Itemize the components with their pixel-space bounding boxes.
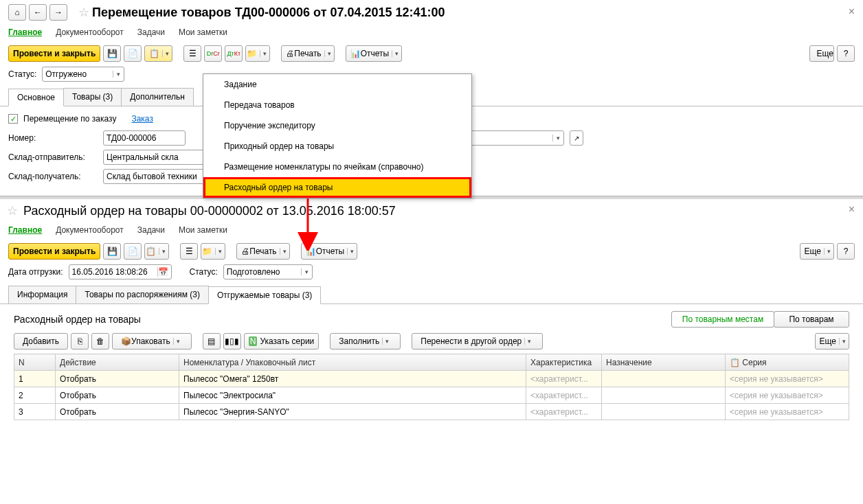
- copy-button[interactable]: ⎘: [71, 333, 89, 350]
- extra-btn-1[interactable]: ▤: [203, 333, 221, 350]
- status-select[interactable]: Отгружено▾: [42, 67, 124, 82]
- back-button[interactable]: ←: [29, 4, 47, 21]
- save-button[interactable]: 💾: [103, 45, 121, 62]
- by-goods-toggle[interactable]: По товарам: [774, 311, 849, 328]
- menu-item-expense-order[interactable]: Расходный ордер на товары: [203, 177, 471, 198]
- dr-cr-button[interactable]: DrCr: [204, 45, 222, 62]
- close-icon-2[interactable]: ×: [849, 203, 855, 216]
- nav-doc-flow-2[interactable]: Документооборот: [56, 225, 124, 235]
- table-row[interactable]: 3 Отобрать Пылесос "Энергия-SANYO" <хара…: [14, 404, 849, 420]
- move-by-order-label: Перемещение по заказу: [23, 114, 116, 124]
- favorite-icon-2[interactable]: ☆: [7, 203, 18, 218]
- move-to-other-order-button[interactable]: Перенести в другой ордер▾: [412, 333, 543, 350]
- structure-button-2[interactable]: ☰: [180, 243, 198, 260]
- print-button-2[interactable]: 🖨 Печать▾: [236, 243, 289, 260]
- col-action[interactable]: Действие: [56, 354, 179, 371]
- menu-item-cell-placement[interactable]: Размещение номенклатуры по ячейкам (спра…: [203, 157, 471, 177]
- tab-info[interactable]: Информация: [8, 286, 76, 303]
- add-button[interactable]: Добавить: [14, 333, 68, 350]
- number-field[interactable]: ТД00-000006: [103, 130, 186, 146]
- table-more-button[interactable]: Еще▾: [815, 333, 849, 350]
- menu-item-income-order[interactable]: Приходный ордер на товары: [203, 136, 471, 157]
- nav-main[interactable]: Главное: [8, 27, 42, 37]
- specify-series-button[interactable]: NУказать серии: [244, 333, 320, 350]
- menu-item-task[interactable]: Задание: [203, 74, 471, 95]
- dt-kt-button[interactable]: ДтКт: [225, 45, 243, 62]
- create-based-on-button-2[interactable]: 📋▾: [144, 243, 169, 260]
- col-char[interactable]: Характеристика: [526, 354, 602, 371]
- order-link[interactable]: Заказ: [131, 114, 153, 124]
- forward-button[interactable]: →: [49, 4, 67, 21]
- nav-notes-2[interactable]: Мои заметки: [179, 225, 227, 235]
- nav-tasks[interactable]: Задачи: [137, 27, 165, 37]
- status-label: Статус:: [8, 69, 36, 79]
- help-button[interactable]: ?: [837, 45, 855, 62]
- ship-date-field[interactable]: 16.05.2016 18:08:26📅: [69, 264, 172, 279]
- more-button-2[interactable]: Еще▾: [800, 243, 834, 260]
- nav-tasks-2[interactable]: Задачи: [137, 225, 165, 235]
- receiver-label: Склад-получатель:: [8, 172, 98, 181]
- move-by-order-checkbox[interactable]: ✓: [8, 114, 18, 124]
- pack-button[interactable]: 📦 Упаковать▾: [112, 333, 192, 350]
- home-button[interactable]: ⌂: [8, 4, 26, 21]
- org-open-button[interactable]: ↗: [570, 130, 583, 146]
- by-places-toggle[interactable]: По товарным местам: [671, 311, 774, 328]
- goods-table: N Действие Номенклатура / Упаковочный ли…: [14, 354, 849, 420]
- status-select-2[interactable]: Подготовлено▾: [223, 264, 313, 279]
- post-button[interactable]: 📄: [124, 45, 142, 62]
- structure-button[interactable]: ☰: [183, 45, 201, 62]
- col-n[interactable]: N: [14, 354, 56, 371]
- menu-item-forwarder-order[interactable]: Поручение экспедитору: [203, 115, 471, 136]
- page-title: Перемещение товаров ТД00-000006 от 07.04…: [92, 5, 445, 20]
- more-button[interactable]: Еще: [809, 45, 834, 62]
- nav-tabs-bottom: Главное Документооборот Задачи Мои замет…: [0, 221, 863, 240]
- post-button-2[interactable]: 📄: [124, 243, 142, 260]
- col-assign[interactable]: Назначение: [602, 354, 726, 371]
- delete-button[interactable]: 🗑: [91, 333, 109, 350]
- col-series[interactable]: 📋 Серия: [726, 354, 849, 371]
- print-button[interactable]: 🖨 Печать▾: [281, 45, 334, 62]
- help-button-2[interactable]: ?: [837, 243, 855, 260]
- nav-doc-flow[interactable]: Документооборот: [56, 27, 124, 37]
- post-and-close-button[interactable]: Провести и закрыть: [8, 45, 100, 62]
- post-and-close-button-2[interactable]: Провести и закрыть: [8, 243, 100, 260]
- nav-notes[interactable]: Мои заметки: [179, 27, 227, 37]
- tab-additional[interactable]: Дополнительн: [121, 88, 194, 106]
- ship-date-label: Дата отгрузки:: [8, 267, 63, 277]
- barcode-button[interactable]: ▮▯▮: [223, 333, 241, 350]
- tab-main[interactable]: Основное: [8, 89, 64, 106]
- files-button-2[interactable]: 📁▾: [201, 243, 225, 260]
- tab-goods[interactable]: Товары (3): [63, 88, 122, 106]
- reports-button[interactable]: 📊 Отчеты▾: [346, 45, 402, 62]
- fill-button[interactable]: Заполнить▾: [330, 333, 401, 350]
- create-based-on-button[interactable]: 📋▾: [144, 45, 172, 62]
- sender-label: Склад-отправитель:: [8, 152, 98, 162]
- menu-item-transfer-goods[interactable]: Передача товаров: [203, 95, 471, 115]
- files-button[interactable]: 📁▾: [245, 45, 270, 62]
- close-icon[interactable]: ×: [849, 5, 855, 18]
- nav-main-2[interactable]: Главное: [8, 225, 42, 235]
- expense-order-subtitle: Расходный ордер на товары: [14, 310, 141, 329]
- table-row[interactable]: 2 Отобрать Пылесос "Электросила" <характ…: [14, 387, 849, 404]
- page-title-2: Расходный ордер на товары 00-00000002 от…: [23, 204, 396, 218]
- number-label: Номер:: [8, 133, 98, 143]
- col-nomen[interactable]: Номенклатура / Упаковочный лист: [179, 354, 526, 371]
- create-based-on-menu: Задание Передача товаров Поручение экспе…: [203, 73, 472, 198]
- save-button-2[interactable]: 💾: [103, 243, 121, 260]
- reports-button-2[interactable]: 📊 Отчеты▾: [301, 243, 357, 260]
- table-row[interactable]: 1 Отобрать Пылесос "Омега" 1250вт <харак…: [14, 371, 849, 387]
- nav-tabs-top: Главное Документооборот Задачи Мои замет…: [0, 23, 863, 43]
- tab-goods-by-orders[interactable]: Товары по распоряжениям (3): [76, 286, 208, 303]
- status-label-2: Статус:: [190, 267, 218, 277]
- tab-shipped-goods[interactable]: Отгружаемые товары (3): [208, 286, 321, 304]
- favorite-icon[interactable]: ☆: [78, 5, 89, 20]
